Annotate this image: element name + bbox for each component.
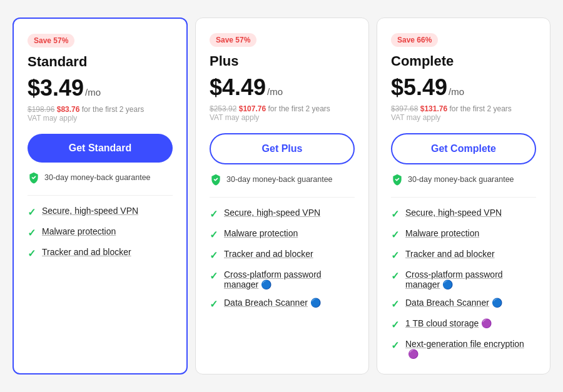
check-icon-plus-3: ✓ [210, 270, 218, 282]
save-badge-complete: Save 66% [391, 33, 438, 47]
feature-text-complete-3: Cross-platform password manager🔵 [405, 269, 536, 289]
plan-price-row-plus: $4.49 /mo [210, 74, 355, 101]
save-badge-standard: Save 57% [28, 34, 74, 48]
plan-price-complete: $5.49 [391, 74, 447, 101]
feature-text-complete-2: Tracker and ad blocker [405, 249, 495, 259]
vat-complete: VAT may apply [391, 113, 536, 122]
money-back-plus: 30-day money-back guarantee [210, 173, 355, 186]
feature-text-plus-1: Malware protection [224, 228, 298, 238]
features-list-complete: ✓ Secure, high-speed VPN ✓ Malware prote… [391, 208, 536, 359]
feature-text-standard-2: Tracker and ad blocker [42, 247, 131, 257]
feature-item-complete-2: ✓ Tracker and ad blocker [391, 249, 536, 261]
money-back-label-complete: 30-day money-back guarantee [408, 175, 514, 184]
plan-price-row-standard: $3.49 /mo [28, 75, 173, 101]
feature-item-standard-2: ✓ Tracker and ad blocker [28, 247, 173, 259]
feature-item-plus-0: ✓ Secure, high-speed VPN [210, 208, 355, 220]
original-price-plus: $253.92 [210, 104, 236, 113]
feature-item-complete-3: ✓ Cross-platform password manager🔵 [391, 269, 536, 289]
money-back-complete: 30-day money-back guarantee [391, 173, 536, 186]
plan-name-standard: Standard [28, 54, 173, 70]
check-icon-complete-0: ✓ [391, 208, 399, 220]
feature-item-plus-3: ✓ Cross-platform password manager🔵 [210, 269, 355, 289]
feature-badge-icon-plus-3: 🔵 [261, 279, 271, 289]
plan-card-standard: Save 57% Standard $3.49 /mo $198.96 $83.… [13, 18, 188, 374]
feature-badge-icon-complete-4: 🔵 [492, 298, 502, 308]
feature-text-standard-0: Secure, high-speed VPN [42, 206, 138, 216]
feature-text-standard-1: Malware protection [42, 226, 116, 236]
feature-item-complete-1: ✓ Malware protection [391, 228, 536, 241]
feature-text-complete-1: Malware protection [405, 228, 479, 238]
shield-icon-plus [210, 173, 222, 186]
cta-button-complete[interactable]: Get Complete [391, 133, 536, 164]
divider-plus [210, 197, 355, 198]
plan-per-plus: /mo [267, 86, 283, 97]
discounted-price-complete: $131.76 [420, 104, 447, 113]
check-icon-standard-2: ✓ [28, 248, 36, 259]
feature-badge-icon-complete-5: 🟣 [481, 318, 492, 328]
check-icon-plus-1: ✓ [210, 229, 218, 241]
plan-name-complete: Complete [391, 53, 536, 69]
plan-billing-standard: $198.96 $83.76 for the first 2 years VAT… [28, 105, 173, 123]
cta-button-standard[interactable]: Get Standard [28, 134, 173, 163]
check-icon-complete-3: ✓ [391, 270, 399, 282]
plan-card-plus: Save 57% Plus $4.49 /mo $253.92 $107.76 … [195, 18, 369, 374]
vat-standard: VAT may apply [28, 114, 173, 123]
check-icon-complete-6: ✓ [391, 339, 399, 351]
plan-price-row-complete: $5.49 /mo [391, 74, 536, 101]
plan-price-plus: $4.49 [210, 74, 266, 101]
shield-icon-standard [28, 171, 40, 184]
original-price-standard: $198.96 [28, 105, 54, 114]
plan-billing-complete: $397.68 $131.76 for the first 2 years VA… [391, 104, 536, 122]
feature-item-complete-4: ✓ Data Breach Scanner🔵 [391, 298, 536, 310]
feature-item-standard-1: ✓ Malware protection [28, 226, 173, 239]
feature-text-plus-4: Data Breach Scanner🔵 [224, 298, 321, 308]
feature-text-plus-2: Tracker and ad blocker [224, 249, 313, 259]
feature-text-complete-6: Next-generation file encryption🟣 [405, 339, 536, 359]
feature-badge-icon-complete-3: 🔵 [442, 279, 453, 289]
divider-complete [391, 197, 536, 198]
save-badge-plus: Save 57% [210, 33, 256, 47]
plan-card-complete: Save 66% Complete $5.49 /mo $397.68 $131… [377, 18, 550, 374]
check-icon-plus-0: ✓ [210, 208, 218, 220]
check-icon-plus-2: ✓ [210, 249, 218, 261]
feature-item-complete-0: ✓ Secure, high-speed VPN [391, 208, 536, 220]
feature-item-complete-6: ✓ Next-generation file encryption🟣 [391, 339, 536, 359]
money-back-standard: 30-day money-back guarantee [28, 171, 173, 184]
divider-standard [28, 195, 173, 196]
money-back-label-standard: 30-day money-back guarantee [44, 173, 151, 182]
plan-name-plus: Plus [210, 53, 355, 69]
plan-per-complete: /mo [449, 86, 464, 97]
features-list-standard: ✓ Secure, high-speed VPN ✓ Malware prote… [28, 206, 173, 259]
vat-plus: VAT may apply [210, 113, 355, 122]
plan-price-standard: $3.49 [28, 75, 84, 101]
feature-text-plus-0: Secure, high-speed VPN [224, 208, 320, 218]
original-price-complete: $397.68 [391, 104, 418, 113]
check-icon-complete-2: ✓ [391, 249, 399, 261]
money-back-label-plus: 30-day money-back guarantee [226, 175, 333, 184]
feature-item-plus-4: ✓ Data Breach Scanner🔵 [210, 298, 355, 310]
check-icon-standard-1: ✓ [28, 227, 36, 239]
plan-per-standard: /mo [85, 87, 101, 98]
check-icon-complete-1: ✓ [391, 229, 399, 241]
feature-text-complete-5: 1 TB cloud storage🟣 [405, 318, 492, 328]
discounted-price-standard: $83.76 [57, 105, 80, 114]
plan-billing-plus: $253.92 $107.76 for the first 2 years VA… [210, 104, 355, 122]
feature-item-standard-0: ✓ Secure, high-speed VPN [28, 206, 173, 218]
check-icon-complete-5: ✓ [391, 319, 399, 331]
feature-text-complete-4: Data Breach Scanner🔵 [405, 298, 502, 308]
feature-item-complete-5: ✓ 1 TB cloud storage🟣 [391, 318, 536, 331]
check-icon-complete-4: ✓ [391, 298, 399, 310]
cta-button-plus[interactable]: Get Plus [210, 133, 355, 164]
feature-text-plus-3: Cross-platform password manager🔵 [224, 269, 355, 289]
feature-badge-icon-plus-4: 🔵 [310, 298, 321, 308]
check-icon-plus-4: ✓ [210, 298, 218, 310]
features-list-plus: ✓ Secure, high-speed VPN ✓ Malware prote… [210, 208, 355, 310]
feature-item-plus-1: ✓ Malware protection [210, 228, 355, 241]
feature-badge-icon-complete-6: 🟣 [408, 349, 418, 359]
plans-container: Save 57% Standard $3.49 /mo $198.96 $83.… [13, 18, 550, 374]
feature-text-complete-0: Secure, high-speed VPN [405, 208, 502, 218]
shield-icon-complete [391, 173, 403, 186]
check-icon-standard-0: ✓ [28, 206, 36, 218]
discounted-price-plus: $107.76 [239, 104, 266, 113]
feature-item-plus-2: ✓ Tracker and ad blocker [210, 249, 355, 261]
